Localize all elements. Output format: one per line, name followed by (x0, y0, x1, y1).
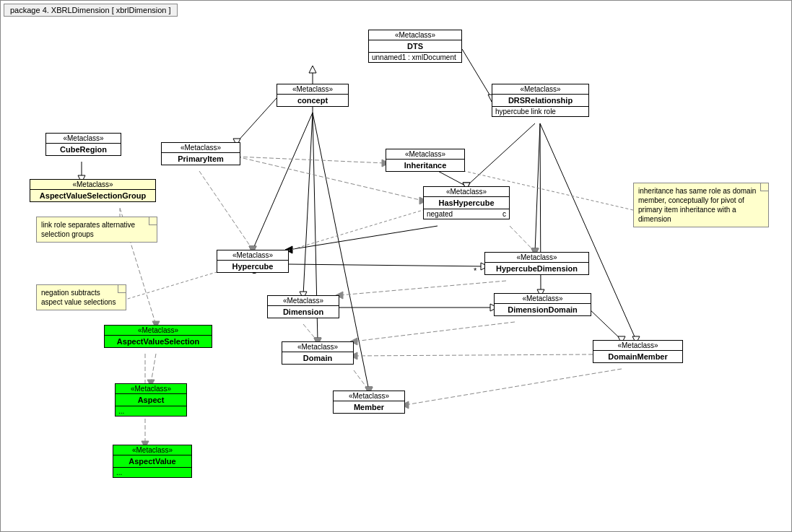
class-dimensiondomain-name: DimensionDomain (495, 304, 591, 315)
class-primaryitem-stereotype: «Metaclass» (162, 143, 240, 153)
class-member[interactable]: «Metaclass» Member (333, 391, 405, 414)
class-domainmember-name: DomainMember (593, 351, 682, 362)
svg-line-14 (466, 123, 535, 186)
class-avs-stereotype: «Metaclass» (105, 326, 212, 336)
class-dts-stereotype: «Metaclass» (369, 30, 461, 40)
class-drsrelationship[interactable]: «Metaclass» DRSRelationship hypercube li… (492, 84, 589, 117)
class-hashypercube-name: HasHypercube (424, 197, 509, 209)
class-aspectvalue-name: AspectValue (113, 455, 191, 467)
svg-line-6 (253, 113, 313, 250)
note-inheritance: inheritance has same role as domain memb… (633, 183, 769, 227)
class-aspectvalue[interactable]: «Metaclass» AspectValue ... (113, 445, 192, 478)
class-domain[interactable]: «Metaclass» Domain (282, 341, 354, 365)
class-hypercube[interactable]: «Metaclass» Hypercube (217, 250, 289, 273)
class-drsrelationship-attr1: hypercube link role (492, 106, 588, 116)
class-concept-stereotype: «Metaclass» (277, 84, 348, 95)
svg-line-8 (303, 113, 313, 295)
class-concept-name: concept (277, 95, 348, 106)
class-aspect-stereotype: «Metaclass» (116, 384, 186, 394)
class-avsg-stereotype: «Metaclass» (30, 180, 155, 190)
svg-line-16 (535, 123, 540, 252)
class-dimension[interactable]: «Metaclass» Dimension (267, 295, 339, 318)
class-hashypercube[interactable]: «Metaclass» HasHypercube negated c (423, 186, 510, 219)
svg-line-22 (237, 157, 386, 163)
class-hypercubedimension-stereotype: «Metaclass» (485, 253, 588, 263)
title-bar: package 4. XBRLDimension [ xbrlDimension… (4, 4, 178, 17)
class-avs-name: AspectValueSelection (105, 336, 212, 347)
class-domain-name: Domain (282, 352, 353, 364)
class-inheritance-stereotype: «Metaclass» (386, 149, 464, 160)
class-hashypercube-stereotype: «Metaclass» (424, 187, 509, 197)
svg-line-32 (510, 226, 535, 252)
class-avsg-name: AspectValueSelectionGroup (30, 190, 155, 201)
class-domainmember-stereotype: «Metaclass» (593, 341, 682, 351)
svg-line-34 (289, 264, 484, 266)
svg-line-40 (303, 324, 318, 341)
svg-line-24 (199, 171, 253, 250)
class-dimensiondomain[interactable]: «Metaclass» DimensionDomain (494, 293, 591, 316)
svg-line-56 (151, 354, 156, 383)
svg-line-42 (588, 308, 622, 340)
label-star: * (474, 266, 476, 275)
svg-marker-1 (309, 66, 316, 73)
class-hypercubedimension[interactable]: «Metaclass» HypercubeDimension (484, 252, 589, 275)
class-dimension-stereotype: «Metaclass» (268, 296, 339, 306)
class-aspectvalue-stereotype: «Metaclass» (113, 445, 191, 455)
class-aspect-attr1: ... (116, 406, 186, 416)
class-inheritance[interactable]: «Metaclass» Inheritance (386, 149, 465, 172)
class-cuberegion-name: CubeRegion (46, 144, 121, 155)
title-text: package 4. XBRLDimension [ xbrlDimension… (10, 6, 171, 14)
svg-line-46 (354, 354, 593, 356)
svg-line-50 (354, 370, 369, 391)
class-cuberegion[interactable]: «Metaclass» CubeRegion (45, 133, 121, 156)
class-hashypercube-attr1: negated (427, 210, 453, 218)
class-aspectvalue-attr1: ... (113, 467, 191, 477)
note-negation: negation subtracts aspect value selectio… (36, 284, 126, 310)
class-dts-attr1: unnamed1 : xmlDocument (369, 52, 461, 62)
svg-line-44 (354, 322, 515, 341)
class-hypercube-stereotype: «Metaclass» (217, 250, 288, 261)
class-primaryitem[interactable]: «Metaclass» PrimaryItem (161, 142, 240, 165)
svg-line-30 (289, 226, 438, 250)
class-hypercubedimension-name: HypercubeDimension (485, 263, 588, 274)
class-dts[interactable]: «Metaclass» DTS unnamed1 : xmlDocument (368, 30, 462, 63)
svg-line-2 (462, 49, 492, 98)
class-concept[interactable]: «Metaclass» concept (277, 84, 349, 107)
class-domainmember[interactable]: «Metaclass» DomainMember (593, 340, 683, 363)
class-drsrelationship-stereotype: «Metaclass» (492, 84, 588, 95)
class-aspectvalueselection[interactable]: «Metaclass» AspectValueSelection (104, 325, 212, 348)
class-cuberegion-stereotype: «Metaclass» (46, 134, 121, 144)
class-aspect-name: Aspect (116, 394, 186, 406)
class-aspectvalueselectiongroup[interactable]: «Metaclass» AspectValueSelectionGroup (30, 179, 156, 202)
note-link-role: link role separates alternative selectio… (36, 217, 157, 243)
class-dimension-name: Dimension (268, 306, 339, 318)
svg-line-36 (339, 281, 506, 295)
class-inheritance-name: Inheritance (386, 160, 464, 171)
svg-line-48 (405, 369, 622, 405)
class-member-stereotype: «Metaclass» (334, 391, 404, 401)
class-aspect[interactable]: «Metaclass» Aspect ... (115, 383, 187, 417)
class-hashypercube-attr2: c (502, 210, 506, 218)
class-dts-name: DTS (369, 40, 461, 52)
class-drsrelationship-name: DRSRelationship (492, 95, 588, 106)
class-member-name: Member (334, 401, 404, 413)
svg-line-4 (237, 98, 277, 142)
class-domain-stereotype: «Metaclass» (282, 342, 353, 352)
diagram-canvas: package 4. XBRLDimension [ xbrlDimension… (0, 0, 792, 532)
class-hashypercube-attrs: negated c (424, 209, 509, 219)
class-dimensiondomain-stereotype: «Metaclass» (495, 294, 591, 304)
class-hypercube-name: Hypercube (217, 261, 288, 272)
class-primaryitem-name: PrimaryItem (162, 153, 240, 165)
